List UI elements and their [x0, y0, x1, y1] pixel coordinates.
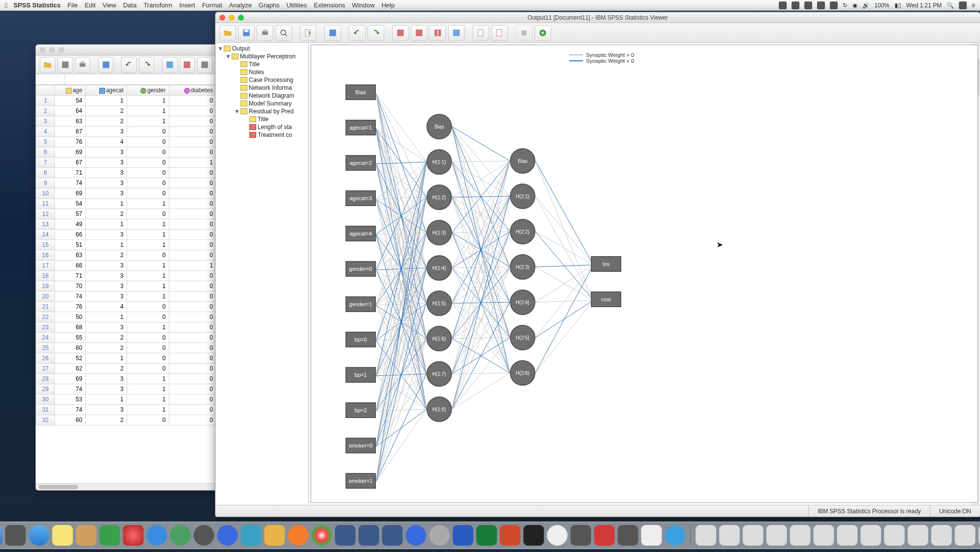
firefox-icon[interactable]	[288, 525, 308, 546]
cell[interactable]: 66	[55, 230, 86, 240]
acrobat-icon[interactable]	[594, 525, 614, 546]
cell[interactable]: 0	[169, 405, 216, 415]
menu-data[interactable]: Data	[123, 1, 136, 9]
volume-icon[interactable]: 🔊	[862, 2, 870, 9]
cell[interactable]: 2	[85, 250, 127, 261]
cell[interactable]: 74	[55, 178, 86, 188]
run-button[interactable]	[516, 25, 532, 41]
cell[interactable]: 0	[127, 353, 169, 364]
cell[interactable]: 1	[127, 271, 169, 281]
formula-bar[interactable]	[65, 74, 216, 84]
row-header[interactable]: 19	[36, 281, 55, 291]
cell[interactable]: 63	[55, 250, 86, 261]
cell[interactable]: 0	[127, 188, 169, 199]
menubar-status-icon[interactable]	[817, 1, 825, 9]
cell[interactable]: 0	[127, 343, 169, 353]
row-header[interactable]: 23	[36, 322, 55, 333]
cell[interactable]: 0	[169, 127, 216, 137]
cell[interactable]: 67	[55, 158, 86, 168]
cell[interactable]: 3	[85, 188, 127, 199]
preferences-icon[interactable]	[193, 525, 214, 546]
network-diagram[interactable]: Biasagecat=1agecat=2agecat=3agecat=4gend…	[311, 45, 978, 502]
cell[interactable]: 0	[127, 312, 169, 322]
cell[interactable]: 2	[85, 343, 127, 353]
row-header[interactable]: 2	[36, 106, 55, 116]
cell[interactable]: 0	[169, 199, 216, 209]
app-icon[interactable]	[429, 525, 450, 546]
close-icon[interactable]	[40, 47, 46, 53]
recall-dialog-button[interactable]	[324, 25, 341, 41]
variables-button[interactable]	[197, 57, 212, 73]
goto-case-button[interactable]	[162, 57, 178, 73]
menubar-status-icon[interactable]	[779, 1, 787, 9]
cell[interactable]: 69	[55, 374, 86, 384]
cell[interactable]: 54	[55, 199, 86, 209]
menu-file[interactable]: File	[68, 1, 78, 9]
undo-button[interactable]	[121, 57, 137, 73]
outline-node[interactable]: Treatment co	[216, 131, 307, 139]
cell[interactable]: 53	[55, 394, 86, 405]
cell[interactable]: 1	[127, 281, 169, 291]
row-header[interactable]: 11	[36, 199, 55, 209]
notifications-icon[interactable]: ≡	[972, 2, 975, 9]
cell[interactable]: 0	[169, 394, 216, 405]
dock-window-icon[interactable]	[931, 525, 952, 546]
goto-variable-button[interactable]	[180, 57, 195, 73]
cell[interactable]: 60	[55, 415, 86, 425]
cell[interactable]: 76	[55, 302, 86, 312]
cell[interactable]: 0	[127, 137, 169, 147]
cell[interactable]: 3	[85, 322, 127, 333]
cell[interactable]: 3	[85, 384, 127, 394]
data-editor-titlebar[interactable]	[36, 45, 216, 55]
cell[interactable]: 0	[169, 178, 216, 188]
cell[interactable]: 63	[55, 116, 86, 127]
cell[interactable]: 0	[169, 116, 216, 127]
outline-node[interactable]: Network Informa	[216, 84, 307, 92]
redo-button[interactable]	[368, 25, 384, 41]
outline-node[interactable]: Length of sta	[216, 123, 307, 131]
maps-icon[interactable]	[99, 525, 120, 546]
outline-node[interactable]: Model Summary	[216, 100, 307, 107]
app-icon[interactable]	[405, 525, 426, 546]
cell[interactable]: 55	[55, 333, 86, 343]
cell[interactable]: 3	[85, 374, 127, 384]
cell[interactable]: 0	[169, 137, 216, 147]
cell[interactable]: 1	[85, 219, 127, 230]
horizontal-scrollbar[interactable]	[36, 483, 216, 490]
cell[interactable]: 1	[127, 240, 169, 250]
cell[interactable]: 3	[85, 230, 127, 240]
menubar-status-icon[interactable]	[830, 1, 838, 9]
app-icon[interactable]	[617, 525, 638, 546]
cell[interactable]: 0	[169, 364, 216, 374]
cell[interactable]: 0	[127, 127, 169, 137]
add-button[interactable]	[534, 25, 551, 41]
appstore-icon[interactable]	[146, 525, 167, 546]
row-header[interactable]: 26	[36, 353, 55, 364]
menu-format[interactable]: Format	[202, 1, 222, 9]
cell[interactable]: 0	[127, 147, 169, 158]
wifi-icon[interactable]: ◉	[852, 2, 857, 9]
cell[interactable]: 0	[169, 271, 216, 281]
cell[interactable]: 0	[127, 158, 169, 168]
clock[interactable]: Wed 1:21 PM	[906, 2, 942, 9]
cell[interactable]: 3	[85, 271, 127, 281]
battery-icon[interactable]: ▮▯	[895, 2, 901, 9]
viewer-titlebar[interactable]: Output11 [Document11] - IBM SPSS Statist…	[215, 12, 980, 23]
cell[interactable]: 2	[85, 415, 127, 425]
cell[interactable]: 50	[55, 312, 86, 322]
cell[interactable]: 0	[169, 209, 216, 219]
row-header[interactable]: 17	[36, 261, 55, 271]
cell[interactable]: 1	[85, 353, 127, 364]
dock-window-icon[interactable]	[860, 525, 881, 546]
row-header[interactable]: 29	[36, 384, 55, 394]
row-header[interactable]: 8	[36, 168, 55, 178]
goto-data-button[interactable]	[392, 25, 409, 41]
save-button[interactable]	[238, 25, 255, 41]
cell[interactable]: 0	[169, 250, 216, 261]
zoom-icon[interactable]	[58, 47, 64, 53]
menubar-status-icon[interactable]	[792, 1, 799, 9]
menu-help[interactable]: Help	[381, 1, 395, 9]
cell[interactable]: 1	[85, 240, 127, 250]
spotlight-icon[interactable]: 🔍	[947, 2, 954, 9]
cell[interactable]: 0	[169, 106, 216, 116]
